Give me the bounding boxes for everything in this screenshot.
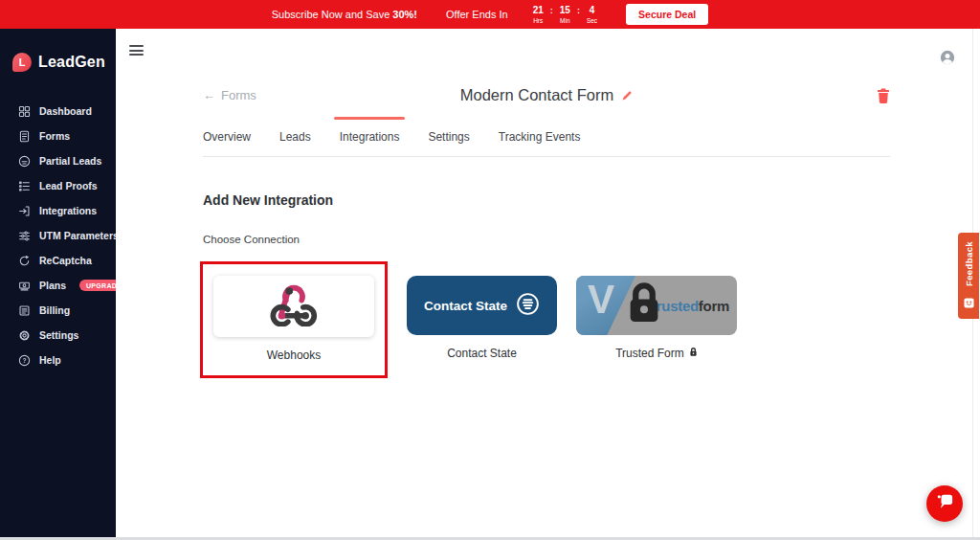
svg-text:?: ? xyxy=(22,356,26,363)
trusted-form-v-letter: V xyxy=(588,280,614,320)
leadgen-logo-text: LeadGen xyxy=(38,54,105,71)
contact-state-logo-text: Contact State xyxy=(424,299,507,313)
form-title-text: Modern Contact Form xyxy=(460,86,613,104)
seconds-label: Sec xyxy=(587,17,597,24)
choose-connection-label: Choose Connection xyxy=(203,234,890,245)
integration-card-contact-state[interactable]: Contact State Contact State xyxy=(407,261,557,360)
promo-text: Subscribe Now and Save 30%! xyxy=(272,9,417,20)
sidebar-item-settings[interactable]: Settings xyxy=(0,323,116,348)
countdown-colon: : xyxy=(577,6,580,15)
partial-leads-icon xyxy=(17,154,31,168)
tab-settings[interactable]: Settings xyxy=(428,130,469,144)
trusted-form-label-text: Trusted Form xyxy=(615,347,684,360)
tab-label: Tracking Events xyxy=(499,130,581,144)
sidebar-item-label: Integrations xyxy=(39,205,97,216)
minutes-label: Min xyxy=(560,17,569,24)
sidebar-item-label: Plans xyxy=(39,280,66,291)
sidebar-nav: Dashboard Forms Partial Leads Lead Proof… xyxy=(0,99,116,372)
card-label-trusted-form: Trusted Form xyxy=(615,347,698,360)
contact-state-logo: Contact State xyxy=(407,276,557,335)
form-word: form xyxy=(699,298,729,314)
sidebar-item-forms[interactable]: Forms xyxy=(0,124,116,148)
recaptcha-icon xyxy=(17,254,31,267)
feedback-tab[interactable]: Feedback xyxy=(958,233,979,319)
tab-label: Leads xyxy=(279,130,311,144)
sidebar-item-lead-proofs[interactable]: Lead Proofs xyxy=(0,173,116,198)
user-avatar-icon[interactable] xyxy=(940,50,955,65)
tab-label: Integrations xyxy=(340,130,400,144)
countdown-seconds: 4 Sec xyxy=(587,6,597,24)
forms-icon xyxy=(17,129,31,143)
hours-label: Hrs xyxy=(533,17,543,24)
feedback-icon xyxy=(964,295,974,312)
hours-value: 21 xyxy=(533,6,544,15)
section-title: Add New Integration xyxy=(203,192,890,208)
tab-label: Settings xyxy=(428,130,469,144)
secure-deal-button[interactable]: Secure Deal xyxy=(626,4,708,25)
sidebar-item-label: Help xyxy=(39,354,61,366)
trusted-form-logo: V trustedform xyxy=(576,276,737,335)
tab-integrations[interactable]: Integrations xyxy=(340,130,400,144)
countdown-minutes: 15 Min xyxy=(560,6,570,24)
tab-label: Overview xyxy=(203,130,251,144)
hamburger-menu-icon[interactable] xyxy=(129,45,144,58)
active-tab-indicator xyxy=(334,117,406,120)
lock-icon xyxy=(624,279,664,330)
chat-widget-button[interactable] xyxy=(926,485,963,522)
card-label-webhooks: Webhooks xyxy=(267,349,321,362)
sidebar-item-label: UTM Parameters xyxy=(39,230,119,241)
small-lock-icon xyxy=(689,347,698,360)
form-header: ←Forms Modern Contact Form xyxy=(203,86,890,104)
pencil-icon[interactable] xyxy=(621,90,633,101)
tab-overview[interactable]: Overview xyxy=(203,130,251,144)
tab-tracking-events[interactable]: Tracking Events xyxy=(499,130,581,144)
webhooks-logo-box xyxy=(213,276,374,337)
sidebar-item-label: Settings xyxy=(39,329,78,341)
card-label-contact-state: Contact State xyxy=(447,347,517,360)
sidebar-item-partial-leads[interactable]: Partial Leads xyxy=(0,148,116,173)
contact-state-icon xyxy=(516,292,540,319)
integration-card-webhooks[interactable]: Webhooks xyxy=(200,261,388,378)
webhook-icon xyxy=(269,282,319,330)
countdown-hours: 21 Hrs xyxy=(533,6,544,24)
tab-leads[interactable]: Leads xyxy=(279,130,311,144)
sidebar-item-label: Lead Proofs xyxy=(39,180,98,191)
seconds-value: 4 xyxy=(590,6,595,15)
sidebar: L LeadGen Dashboard Forms Partial Leads … xyxy=(0,29,116,537)
lead-proofs-icon xyxy=(17,179,31,192)
sidebar-item-label: Forms xyxy=(39,130,70,142)
form-tabs: Overview Leads Integrations Settings Tra… xyxy=(203,130,890,157)
minutes-value: 15 xyxy=(560,6,570,15)
plans-icon xyxy=(17,279,31,292)
utm-parameters-icon xyxy=(17,229,31,242)
trash-icon[interactable] xyxy=(877,88,890,103)
countdown-timer: 21 Hrs : 15 Min : 4 Sec xyxy=(533,6,597,24)
page-title: Modern Contact Form xyxy=(460,86,633,104)
billing-icon xyxy=(17,304,31,317)
back-to-forms-link[interactable]: ←Forms xyxy=(203,88,256,102)
sidebar-item-plans[interactable]: Plans UPGRADE xyxy=(0,273,116,298)
main-area: ←Forms Modern Contact Form Overview Lead… xyxy=(116,29,980,537)
dashboard-icon xyxy=(17,104,31,118)
sidebar-item-dashboard[interactable]: Dashboard xyxy=(0,99,116,124)
form-detail-content: ←Forms Modern Contact Form Overview Lead… xyxy=(203,29,890,378)
sidebar-item-billing[interactable]: Billing xyxy=(0,298,116,323)
sidebar-item-help[interactable]: ? Help xyxy=(0,348,116,372)
integration-card-trusted-form[interactable]: V trustedform Trusted Form xyxy=(576,261,737,360)
promo-prefix: Subscribe Now and Save xyxy=(272,9,393,20)
integrations-icon xyxy=(17,204,31,217)
settings-icon xyxy=(17,328,31,342)
leadgen-logo-icon: L xyxy=(12,53,32,72)
chat-bubble-icon xyxy=(933,490,956,517)
sidebar-item-recaptcha[interactable]: ReCaptcha xyxy=(0,248,116,273)
sidebar-item-label: Partial Leads xyxy=(39,155,101,167)
help-icon: ? xyxy=(17,353,31,367)
integration-cards: Webhooks Contact State xyxy=(203,261,890,378)
sidebar-item-utm-parameters[interactable]: UTM Parameters xyxy=(0,223,116,248)
back-arrow-icon: ← xyxy=(203,88,215,102)
back-link-label: Forms xyxy=(221,88,256,102)
sidebar-item-label: Dashboard xyxy=(39,105,92,117)
leadgen-logo[interactable]: L LeadGen xyxy=(0,29,116,72)
promo-banner: Subscribe Now and Save 30%! Offer Ends I… xyxy=(0,0,980,29)
sidebar-item-integrations[interactable]: Integrations xyxy=(0,198,116,223)
